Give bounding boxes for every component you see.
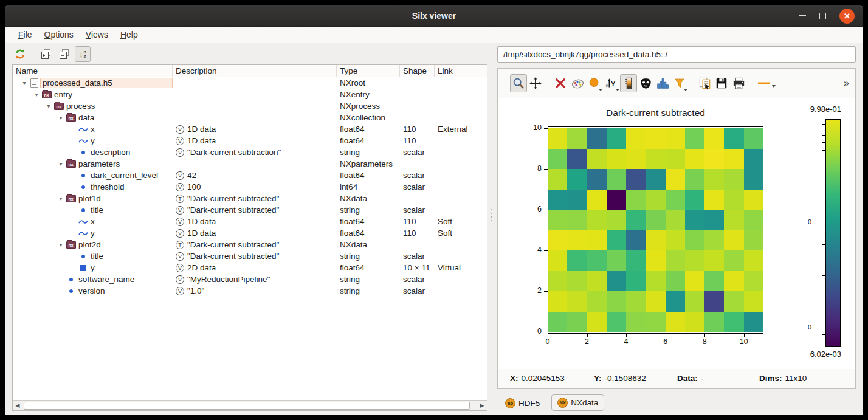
column-header-type[interactable]: Type	[337, 65, 400, 77]
node-label[interactable]: y	[89, 263, 97, 272]
node-shape: 110	[400, 229, 435, 238]
colormap-icon[interactable]	[569, 74, 586, 92]
scroll-left-icon[interactable]: ◀	[13, 401, 22, 410]
node-label[interactable]: x	[89, 125, 97, 134]
expander-icon[interactable]: ▾	[32, 91, 41, 98]
menu-item-views[interactable]: Views	[80, 28, 114, 41]
scroll-right-icon[interactable]: ▶	[477, 401, 487, 410]
node-label[interactable]: plot2d	[77, 240, 103, 249]
tree-row-title[interactable]: titleV"Dark-current subtracted"stringsca…	[13, 204, 487, 216]
x-axis-tick-label: 4	[619, 337, 633, 346]
node-description: 1D data	[187, 229, 216, 238]
reset-zoom-icon[interactable]	[552, 74, 569, 92]
minimize-icon[interactable]	[799, 15, 806, 16]
close-icon[interactable]: ✕	[839, 9, 855, 24]
tree-row-dark_current_level[interactable]: dark_current_levelV42float64scalar	[13, 170, 487, 181]
filter-icon[interactable]	[671, 74, 688, 92]
tree-row-plot2d[interactable]: ▾nxplot2dT"Dark-current subtracted"NXdat…	[13, 239, 487, 250]
attribute-badge-V: V	[176, 287, 184, 295]
menu-item-options[interactable]: Options	[38, 28, 80, 41]
column-header-name[interactable]: Name	[13, 65, 173, 77]
node-label[interactable]: title	[89, 205, 105, 215]
expander-icon[interactable]: ▾	[44, 103, 53, 109]
plot-title: Dark-current subtracted	[548, 108, 763, 119]
node-label[interactable]: process	[64, 102, 97, 111]
tree-row-process[interactable]: ▾nxprocessNXprocess	[13, 100, 487, 112]
column-header-description[interactable]: Description	[173, 65, 337, 77]
expander-icon[interactable]: ▾	[57, 160, 65, 167]
tree-row-software_name[interactable]: software_nameV"MyReductionPipeline"strin…	[13, 274, 487, 285]
sort-icon[interactable]: ↓az	[75, 46, 91, 62]
dataset-path-field[interactable]: /tmp/silxdocs_obnjk7qg/processed_data.h5…	[497, 46, 856, 63]
collapse-all-icon[interactable]	[57, 46, 72, 62]
tree-row-x[interactable]: xV1D datafloat64110External	[13, 123, 487, 135]
node-label[interactable]: description	[89, 148, 132, 157]
tree-row-y[interactable]: yV2D datafloat6410 × 11Virtual	[13, 262, 487, 274]
colorbar-tick	[822, 124, 825, 125]
attribute-badge-V: V	[176, 148, 184, 157]
tree-header[interactable]: Name Description Type Shape Link	[13, 65, 487, 77]
plot-canvas[interactable]: Dark-current subtracted 02468100246810 0…	[498, 98, 855, 369]
panel-splitter[interactable]	[491, 207, 492, 224]
node-label[interactable]: parameters	[77, 159, 122, 168]
colorbar-gradient[interactable]	[825, 119, 841, 347]
toolbar-extension-icon[interactable]: »	[844, 78, 849, 89]
node-label[interactable]: y	[89, 136, 97, 145]
tree-row-x[interactable]: xV1D datafloat64110Soft	[13, 216, 487, 227]
tree-row-entry[interactable]: ▾nxentryNXentry	[13, 89, 487, 100]
tree-row-description[interactable]: descriptionV"Dark-current subtraction"st…	[13, 146, 487, 158]
tree-row-version[interactable]: versionV"1.0"stringscalar	[13, 285, 487, 297]
profile-icon[interactable]	[755, 74, 776, 92]
zoom-mode-icon[interactable]	[510, 74, 527, 92]
tree-row-y[interactable]: yV1D datafloat64110Soft	[13, 227, 487, 239]
print-icon[interactable]	[730, 74, 747, 92]
horizontal-scrollbar[interactable]: ◀ ▶	[13, 400, 487, 410]
node-label[interactable]: software_name	[77, 275, 136, 284]
maximize-icon[interactable]	[819, 13, 826, 19]
mask-tools-icon[interactable]	[637, 74, 654, 92]
colorbar-tick-label: 0	[802, 218, 811, 225]
y-axis-orientation-icon[interactable]: 0 Y	[603, 74, 620, 92]
pan-mode-icon[interactable]	[527, 74, 544, 92]
colorbar-tick-label: 0	[802, 323, 811, 331]
expand-all-icon[interactable]	[38, 46, 54, 62]
copy-snapshot-icon[interactable]	[696, 74, 713, 92]
histogram-icon[interactable]	[654, 74, 671, 92]
expander-icon[interactable]: ▾	[20, 80, 29, 86]
column-header-link[interactable]: Link	[435, 65, 487, 77]
dropdown-arrow-icon	[599, 89, 602, 91]
node-label[interactable]: y	[89, 229, 97, 238]
tree-row-data[interactable]: ▾nxdataNXcollection	[13, 112, 487, 123]
node-label[interactable]: processed_data.h5	[40, 78, 173, 88]
colorbar-tick	[822, 173, 825, 173]
expander-icon[interactable]: ▾	[57, 241, 65, 248]
tab-nxdata[interactable]: NXNXdata	[551, 394, 604, 411]
title-bar[interactable]: Silx viewer ✕	[5, 5, 863, 27]
node-label[interactable]: data	[77, 113, 96, 122]
scrollbar-thumb[interactable]	[24, 402, 470, 410]
expander-icon[interactable]: ▾	[57, 195, 65, 202]
aspect-ratio-icon[interactable]	[586, 74, 603, 92]
node-shape: 10 × 11	[400, 263, 435, 272]
save-icon[interactable]	[713, 74, 730, 92]
node-label[interactable]: threshold	[89, 182, 126, 191]
node-label[interactable]: entry	[52, 90, 74, 99]
tree-row-plot1d[interactable]: ▾nxplot1dT"Dark-current subtracted"NXdat…	[13, 193, 487, 204]
tree-row-y[interactable]: yV1D datafloat64110	[13, 135, 487, 146]
refresh-icon[interactable]	[12, 46, 28, 62]
node-label[interactable]: title	[89, 252, 105, 261]
expander-icon[interactable]: ▾	[57, 114, 65, 121]
tree-row-title[interactable]: titleV"Dark-current subtracted"stringsca…	[13, 250, 487, 262]
colorbar-icon[interactable]	[620, 74, 637, 92]
tree-row-parameters[interactable]: ▾nxparametersNXparameters	[13, 158, 487, 170]
node-label[interactable]: version	[77, 286, 107, 295]
tree-row-processed_data.h5[interactable]: ▾processed_data.h5NXroot	[13, 77, 487, 89]
column-header-shape[interactable]: Shape	[400, 65, 435, 77]
node-label[interactable]: plot1d	[77, 194, 103, 203]
menu-item-file[interactable]: File	[12, 28, 38, 41]
menu-item-help[interactable]: Help	[114, 28, 144, 41]
node-label[interactable]: dark_current_level	[89, 171, 160, 180]
tab-hdf5[interactable]: h5HDF5	[500, 396, 545, 411]
node-label[interactable]: x	[89, 217, 97, 226]
tree-row-threshold[interactable]: thresholdV100int64scalar	[13, 181, 487, 193]
